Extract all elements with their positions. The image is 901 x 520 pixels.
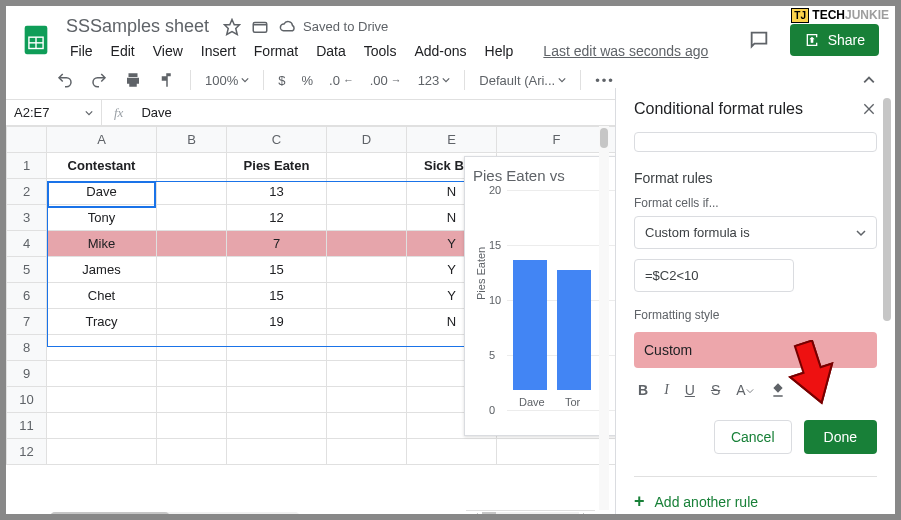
cell[interactable]: 19	[227, 309, 327, 335]
row-header[interactable]: 6	[7, 283, 47, 309]
row-header[interactable]: 12	[7, 439, 47, 465]
cell[interactable]	[157, 153, 227, 179]
cell[interactable]	[157, 257, 227, 283]
row-header[interactable]: 7	[7, 309, 47, 335]
col-header[interactable]: B	[157, 127, 227, 153]
sheets-logo-icon[interactable]	[16, 20, 56, 60]
cell[interactable]	[327, 309, 407, 335]
vertical-scrollbar[interactable]	[599, 126, 609, 510]
col-header[interactable]: C	[227, 127, 327, 153]
decrease-decimal[interactable]: .0←	[323, 69, 360, 92]
menu-help[interactable]: Help	[477, 39, 522, 63]
cell[interactable]	[157, 309, 227, 335]
doc-title[interactable]: SSSamples sheet	[62, 16, 213, 37]
fill-color-icon[interactable]	[766, 378, 790, 402]
cell[interactable]	[327, 205, 407, 231]
strike-icon[interactable]: S	[707, 378, 724, 402]
row-header[interactable]: 11	[7, 413, 47, 439]
star-icon[interactable]	[223, 18, 241, 36]
name-box[interactable]: A2:E7	[6, 100, 102, 125]
cell[interactable]: Contestant	[47, 153, 157, 179]
cell[interactable]: Pies Eaten	[227, 153, 327, 179]
undo-icon[interactable]	[50, 67, 80, 93]
comments-icon[interactable]	[742, 25, 776, 55]
row-header[interactable]: 4	[7, 231, 47, 257]
cell[interactable]: 7	[227, 231, 327, 257]
done-button[interactable]: Done	[804, 420, 877, 454]
share-button[interactable]: Share	[790, 24, 879, 56]
scroll-left-icon[interactable]: ◄	[466, 511, 482, 515]
cell[interactable]	[157, 231, 227, 257]
cell[interactable]	[157, 179, 227, 205]
zoom-select[interactable]: 100%	[199, 69, 255, 92]
row-header[interactable]: 1	[7, 153, 47, 179]
menu-edit[interactable]: Edit	[103, 39, 143, 63]
col-header[interactable]: A	[47, 127, 157, 153]
row-header[interactable]: 5	[7, 257, 47, 283]
formula-input[interactable]: Dave	[135, 105, 177, 120]
menu-file[interactable]: File	[62, 39, 101, 63]
condition-select[interactable]: Custom formula is	[634, 216, 877, 249]
row-header[interactable]: 9	[7, 361, 47, 387]
conditional-format-panel: Conditional format rules Format rules Fo…	[615, 88, 895, 514]
cell[interactable]	[327, 257, 407, 283]
menu-view[interactable]: View	[145, 39, 191, 63]
cell[interactable]: Dave	[47, 179, 157, 205]
number-format[interactable]: 123	[412, 69, 457, 92]
format-preview[interactable]: Custom	[634, 332, 877, 368]
text-color-icon[interactable]: A	[732, 378, 757, 402]
cell[interactable]: Mike	[47, 231, 157, 257]
menu-tools[interactable]: Tools	[356, 39, 405, 63]
cell[interactable]: James	[47, 257, 157, 283]
print-icon[interactable]	[118, 67, 148, 93]
collapse-toolbar-icon[interactable]	[857, 70, 881, 90]
format-percent[interactable]: %	[295, 69, 319, 92]
scroll-right-icon[interactable]: ►	[579, 511, 595, 515]
cancel-button[interactable]: Cancel	[714, 420, 792, 454]
horizontal-scrollbar[interactable]	[50, 512, 300, 514]
menu-insert[interactable]: Insert	[193, 39, 244, 63]
row-header[interactable]: 2	[7, 179, 47, 205]
cell[interactable]	[327, 231, 407, 257]
row-header[interactable]: 10	[7, 387, 47, 413]
sheet-nav-scrollbar[interactable]: ◄ ►	[466, 510, 595, 514]
move-icon[interactable]	[251, 18, 269, 36]
col-header[interactable]: D	[327, 127, 407, 153]
cell[interactable]	[327, 153, 407, 179]
underline-icon[interactable]: U	[681, 378, 699, 402]
format-currency[interactable]: $	[272, 69, 291, 92]
cell[interactable]: 12	[227, 205, 327, 231]
cell[interactable]: 13	[227, 179, 327, 205]
menu-format[interactable]: Format	[246, 39, 306, 63]
last-edit-link[interactable]: Last edit was seconds ago	[535, 39, 716, 63]
chart-x-label: Dave	[519, 396, 545, 408]
format-rules-label: Format rules	[634, 170, 877, 186]
bold-icon[interactable]: B	[634, 378, 652, 402]
panel-scrollbar[interactable]	[883, 98, 891, 504]
font-select[interactable]: Default (Ari...	[473, 69, 572, 92]
row-header[interactable]: 8	[7, 335, 47, 361]
paint-format-icon[interactable]	[152, 67, 182, 93]
cell[interactable]: 15	[227, 283, 327, 309]
col-header[interactable]: E	[407, 127, 497, 153]
cell[interactable]: Chet	[47, 283, 157, 309]
row-header[interactable]: 3	[7, 205, 47, 231]
menu-data[interactable]: Data	[308, 39, 354, 63]
formula-input[interactable]: =$C2<10	[634, 259, 794, 292]
add-rule-button[interactable]: + Add another rule	[634, 476, 877, 512]
redo-icon[interactable]	[84, 67, 114, 93]
cell[interactable]: Tony	[47, 205, 157, 231]
cell[interactable]	[327, 283, 407, 309]
cell[interactable]	[157, 205, 227, 231]
cell[interactable]	[157, 283, 227, 309]
cell[interactable]: Tracy	[47, 309, 157, 335]
italic-icon[interactable]: I	[660, 378, 673, 402]
increase-decimal[interactable]: .00→	[364, 69, 408, 92]
chart-title: Pies Eaten vs	[473, 167, 619, 184]
close-icon[interactable]	[861, 101, 877, 117]
cell[interactable]	[327, 179, 407, 205]
range-box[interactable]	[634, 132, 877, 152]
cell[interactable]: 15	[227, 257, 327, 283]
saved-indicator[interactable]: Saved to Drive	[279, 18, 388, 36]
menu-addons[interactable]: Add-ons	[406, 39, 474, 63]
